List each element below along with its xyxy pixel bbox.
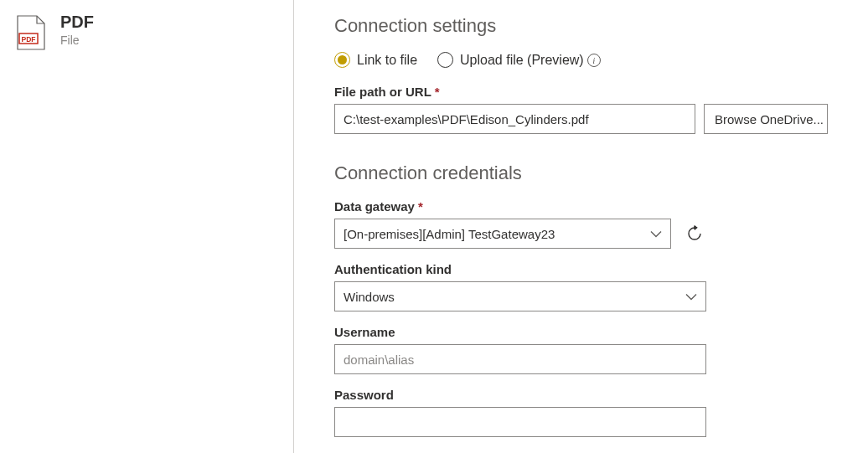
password-label: Password — [334, 388, 828, 402]
connector-panel: PDF PDF File — [0, 0, 293, 453]
connection-settings-heading: Connection settings — [334, 15, 828, 37]
data-gateway-label: Data gateway * — [334, 199, 828, 214]
file-path-input[interactable] — [334, 104, 695, 134]
upload-file-radio[interactable]: Upload file (Preview) i — [437, 52, 601, 68]
settings-panel: Connection settings Link to file Upload … — [294, 0, 868, 453]
file-source-radio-group: Link to file Upload file (Preview) i — [334, 52, 828, 68]
username-label: Username — [334, 325, 828, 339]
connection-credentials-heading: Connection credentials — [334, 162, 828, 184]
refresh-gateway-button[interactable] — [685, 224, 705, 244]
chevron-down-icon — [650, 227, 662, 241]
password-input[interactable] — [334, 407, 706, 437]
auth-kind-label: Authentication kind — [334, 262, 828, 276]
radio-selected-icon — [334, 52, 350, 68]
radio-unselected-icon — [437, 52, 453, 68]
refresh-icon — [686, 225, 703, 242]
info-icon[interactable]: i — [587, 54, 601, 67]
chevron-down-icon — [685, 290, 697, 304]
select-value: [On-premises][Admin] TestGateway23 — [344, 227, 555, 241]
radio-label: Link to file — [357, 53, 417, 68]
connector-subtitle: File — [60, 33, 94, 47]
data-gateway-select[interactable]: [On-premises][Admin] TestGateway23 — [334, 219, 671, 249]
connector-title: PDF — [60, 12, 94, 32]
username-input[interactable] — [334, 344, 706, 374]
radio-label: Upload file (Preview) — [460, 53, 584, 68]
link-to-file-radio[interactable]: Link to file — [334, 52, 417, 68]
file-path-label: File path or URL * — [334, 85, 828, 99]
select-value: Windows — [344, 290, 395, 304]
svg-text:PDF: PDF — [22, 35, 36, 44]
auth-kind-select[interactable]: Windows — [334, 281, 706, 311]
browse-onedrive-button[interactable]: Browse OneDrive... — [704, 104, 828, 134]
pdf-file-icon: PDF — [17, 15, 45, 50]
